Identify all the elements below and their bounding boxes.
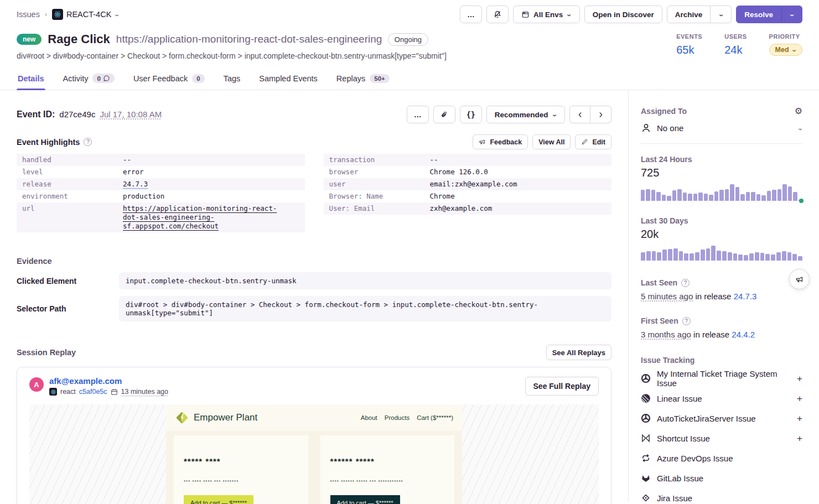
edit-button[interactable]: Edit <box>575 134 611 149</box>
chevron-right-icon: › <box>45 11 47 18</box>
tracker-item[interactable]: GitLab Issue <box>641 472 802 484</box>
react-logo-icon <box>52 9 63 20</box>
help-icon[interactable]: ? <box>84 138 92 146</box>
assignee-value: No one <box>657 123 683 133</box>
event-selector-dropdown[interactable]: Recommended⌄ <box>486 106 565 123</box>
replay-user-link[interactable]: afk@example.com <box>49 376 168 386</box>
pencil-icon <box>581 138 588 146</box>
highlight-row: handled-- <box>17 154 305 166</box>
megaphone-icon <box>795 275 804 284</box>
first-seen-release-link[interactable]: 24.4.2 <box>732 330 755 339</box>
more-actions-button[interactable]: … <box>460 6 482 23</box>
lightning-diamond-logo-icon <box>175 411 189 425</box>
url-link[interactable]: https://application-monitoring-react-dot… <box>123 204 289 231</box>
breadcrumb-issues-link[interactable]: Issues <box>17 10 40 19</box>
clicked-element-label: Clicked Element <box>17 277 119 285</box>
first-seen-title: First Seen <box>641 316 678 325</box>
issue-culprit: div#root > div#body-container > Checkout… <box>17 51 447 60</box>
json-button[interactable]: {} <box>460 106 482 123</box>
site-brand: Empower Plant <box>194 412 257 423</box>
jira-icon <box>641 493 651 503</box>
person-icon <box>641 123 651 133</box>
issue-title: Rage Click <box>48 32 110 46</box>
chevron-down-icon: ⌄ <box>551 112 558 117</box>
tab-user-feedback[interactable]: User Feedback0 <box>132 69 206 90</box>
event-id-value: d27ce49c <box>59 110 95 119</box>
last-30d-chart[interactable] <box>641 245 802 261</box>
view-all-button[interactable]: View All <box>532 134 571 149</box>
last-seen-title: Last Seen <box>641 278 677 287</box>
env-filter-dropdown[interactable]: All Envs ⌄ <box>513 6 580 23</box>
tracker-item[interactable]: Jira Issue <box>641 492 802 504</box>
tab-replays[interactable]: Replays50+ <box>335 69 391 90</box>
highlight-row: urlhttps://application-monitoring-react-… <box>17 202 305 232</box>
priority-dropdown[interactable]: Med⌄ <box>769 44 802 56</box>
braces-icon: {} <box>466 110 475 119</box>
mute-button[interactable] <box>486 6 509 23</box>
plus-icon[interactable]: + <box>797 434 802 443</box>
assignee-dropdown[interactable]: No one ⌄ <box>641 123 802 144</box>
tracker-item[interactable]: Linear Issue + <box>641 392 802 404</box>
issue-subtitle: https://application-monitoring-react-dot… <box>116 33 382 45</box>
release-link[interactable]: 24.7.3 <box>123 180 148 189</box>
project-name: REACT-4CK <box>66 10 111 19</box>
plus-icon[interactable]: + <box>797 374 802 383</box>
chevron-down-icon: ⌄ <box>791 47 797 53</box>
first-seen-time[interactable]: 3 months ago <box>641 330 691 339</box>
main-panel: Event ID: d27ce49c Jul 17, 10:08 AM … {}… <box>0 90 628 502</box>
tab-activity[interactable]: Activity 0 <box>62 69 116 90</box>
replay-preview[interactable]: Empower Plant About Products Cart ($****… <box>29 404 599 504</box>
help-icon[interactable]: ? <box>681 279 690 287</box>
tracker-item[interactable]: Azure DevOps Issue <box>641 452 802 464</box>
plus-icon[interactable]: + <box>797 394 802 403</box>
event-timestamp[interactable]: Jul 17, 10:08 AM <box>100 110 162 119</box>
replay-id-link[interactable]: c5af0e5c <box>79 388 107 396</box>
paperclip-icon <box>440 111 448 119</box>
resolve-dropdown-button[interactable]: ⌄ <box>781 6 802 23</box>
resolve-button[interactable]: Resolve <box>736 6 781 23</box>
users-count-link[interactable]: 24k <box>724 44 742 56</box>
site-nav-about: About <box>361 414 377 421</box>
last-seen-release-link[interactable]: 24.7.3 <box>734 292 757 301</box>
live-indicator-dot <box>799 199 804 203</box>
last-seen-time[interactable]: 5 minutes ago <box>641 292 693 301</box>
azure-devops-icon <box>641 453 651 463</box>
clicked-element-value: input.complete-checkout-btn.sentry-unmas… <box>119 272 611 289</box>
feedback-button[interactable]: Feedback <box>473 134 528 149</box>
highlight-row: useremail:zxh@example.com <box>324 178 612 190</box>
breadcrumb-project[interactable]: REACT-4CK ⌄ <box>52 9 120 20</box>
open-in-discover-button[interactable]: Open in Discover <box>584 6 662 23</box>
events-count-link[interactable]: 65k <box>676 44 694 56</box>
archive-dropdown-button[interactable]: ⌄ <box>711 6 732 23</box>
linear-icon <box>641 393 651 403</box>
event-more-button[interactable]: … <box>407 106 429 123</box>
plus-icon[interactable]: + <box>797 414 802 423</box>
bell-mute-icon <box>493 10 502 19</box>
attachments-button[interactable] <box>433 106 455 123</box>
highlights-table-left: handled-- levelerror release24.7.3 envir… <box>17 154 305 232</box>
tracker-item[interactable]: AutoTicketJiraServer Issue + <box>641 412 802 424</box>
tab-tags[interactable]: Tags <box>222 69 242 90</box>
tracker-item[interactable]: Shortcut Issue + <box>641 432 802 444</box>
tab-sampled-events[interactable]: Sampled Events <box>258 69 319 90</box>
next-event-button[interactable] <box>590 106 611 123</box>
last-24h-chart[interactable] <box>641 184 802 201</box>
gear-icon[interactable]: ⚙ <box>795 107 802 116</box>
prev-event-button[interactable] <box>569 106 590 123</box>
users-label: USERS <box>724 33 747 40</box>
highlight-row: release24.7.3 <box>17 178 305 190</box>
tab-details[interactable]: Details <box>17 69 45 90</box>
issue-stats: EVENTS 65k USERS 24k PRIORITY Med⌄ <box>676 32 802 60</box>
floating-feedback-button[interactable] <box>789 269 810 289</box>
see-full-replay-button[interactable]: See Full Replay <box>525 377 599 396</box>
help-icon[interactable]: ? <box>682 317 691 325</box>
last-30d-count: 20k <box>641 228 802 241</box>
chevron-down-icon: ⌄ <box>789 12 795 17</box>
tracker-item[interactable]: My Internal Ticket Triage System Issue + <box>641 372 802 385</box>
last-24h-title: Last 24 Hours <box>641 155 802 164</box>
replay-time-ago[interactable]: 13 minutes ago <box>121 388 168 396</box>
archive-button[interactable]: Archive <box>667 6 711 23</box>
ellipsis-icon: … <box>467 11 475 19</box>
chevron-down-icon: ⌄ <box>114 12 121 17</box>
see-all-replays-button[interactable]: See All Replays <box>546 345 611 360</box>
